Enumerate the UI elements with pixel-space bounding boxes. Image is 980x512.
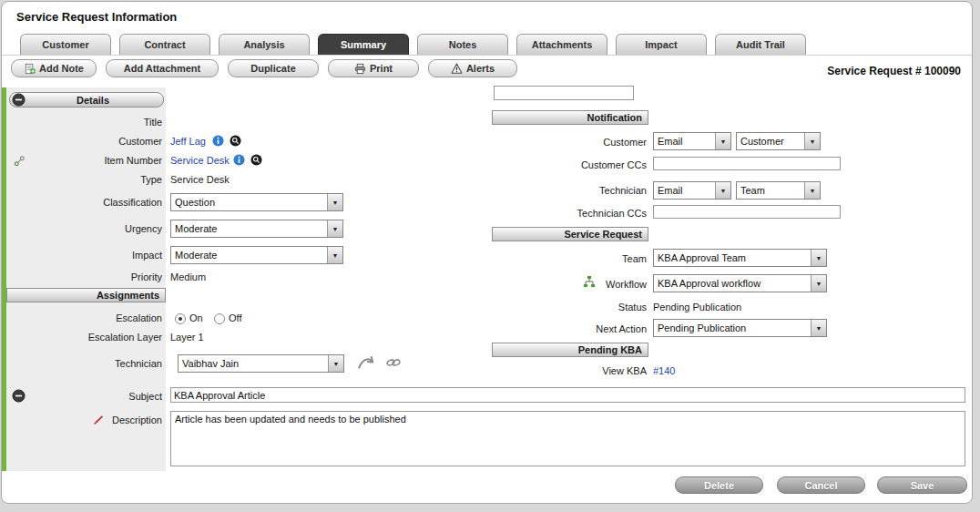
next-action-label: Next Action xyxy=(501,323,647,334)
technician-value: Vaibhav Jain xyxy=(179,358,328,369)
notification-customer-method-value: Email xyxy=(654,136,715,147)
tab-notes[interactable]: Notes xyxy=(417,34,508,55)
technician-ccs-input[interactable] xyxy=(653,205,841,219)
escalation-on-radio[interactable] xyxy=(175,313,186,324)
alerts-label: Alerts xyxy=(466,63,495,74)
tab-audit-trail[interactable]: Audit Trail xyxy=(715,34,806,55)
subject-input[interactable] xyxy=(170,387,965,403)
chevron-down-icon[interactable] xyxy=(811,250,826,266)
tab-divider xyxy=(2,55,972,56)
item-number-link[interactable]: Service Desk xyxy=(170,155,230,166)
notification-customer-label: Customer xyxy=(501,137,647,148)
escalation-off-radio[interactable] xyxy=(214,313,225,324)
notification-customer-target-select[interactable]: Customer xyxy=(736,132,821,150)
escalation-off-label: Off xyxy=(229,312,241,323)
chevron-down-icon[interactable] xyxy=(811,275,826,292)
chevron-down-icon[interactable] xyxy=(328,355,343,372)
notification-section-header: Notification xyxy=(492,110,648,125)
customer-search-icon[interactable] xyxy=(230,135,241,147)
chevron-down-icon[interactable] xyxy=(327,247,342,263)
tab-impact[interactable]: Impact xyxy=(616,34,707,55)
note-add-icon xyxy=(24,63,36,75)
duplicate-button[interactable]: Duplicate xyxy=(228,59,319,77)
delete-button[interactable]: Delete xyxy=(675,476,763,494)
alerts-button[interactable]: Alerts xyxy=(428,59,517,77)
notification-customer-target-value: Customer xyxy=(737,136,804,147)
escalation-label: Escalation xyxy=(20,312,162,323)
page-title: Service Request Information xyxy=(16,10,177,24)
urgency-select[interactable]: Moderate xyxy=(170,220,343,238)
add-attachment-button[interactable]: Add Attachment xyxy=(106,59,219,77)
view-kba-link[interactable]: #140 xyxy=(653,365,675,376)
technician-label: Technician xyxy=(20,358,162,369)
workflow-select[interactable]: KBA Approval workflow xyxy=(653,274,827,292)
notification-header-label: Notification xyxy=(587,112,643,123)
escalation-layer-label: Escalation Layer xyxy=(20,332,162,343)
printer-icon xyxy=(354,63,366,75)
priority-label: Priority xyxy=(20,271,162,282)
pending-kba-header-label: Pending KBA xyxy=(578,344,642,355)
view-kba-label: View KBA xyxy=(501,365,647,376)
impact-select[interactable]: Moderate xyxy=(170,246,343,264)
quick-entry-input[interactable] xyxy=(494,86,634,100)
print-button[interactable]: Print xyxy=(328,59,419,77)
chevron-down-icon[interactable] xyxy=(327,194,342,210)
next-action-select[interactable]: Pending Publication xyxy=(653,319,827,337)
workflow-value: KBA Approval workflow xyxy=(654,278,811,289)
print-label: Print xyxy=(370,63,393,74)
notification-technician-target-value: Team xyxy=(737,185,804,196)
customer-info-icon[interactable] xyxy=(212,135,224,147)
title-label: Title xyxy=(20,117,162,128)
status-value: Pending Publication xyxy=(653,302,741,312)
chevron-down-icon[interactable] xyxy=(804,133,820,149)
notification-technician-method-select[interactable]: Email xyxy=(653,181,731,200)
duplicate-label: Duplicate xyxy=(250,63,296,74)
item-info-icon[interactable] xyxy=(233,154,245,166)
tab-summary[interactable]: Summary xyxy=(318,34,409,55)
service-request-panel: Service Request Information Customer Con… xyxy=(1,1,973,504)
save-button[interactable]: Save xyxy=(877,476,967,494)
customer-ccs-label: Customer CCs xyxy=(501,159,647,170)
tab-bar: Customer Contract Analysis Summary Notes… xyxy=(20,34,806,55)
customer-ccs-input[interactable] xyxy=(653,157,841,170)
escalate-arrow-icon[interactable] xyxy=(357,354,375,371)
item-search-icon[interactable] xyxy=(250,154,262,166)
add-note-button[interactable]: Add Note xyxy=(11,59,97,77)
workflow-label: Workflow xyxy=(501,279,647,290)
chevron-down-icon[interactable] xyxy=(804,182,820,199)
chain-link-icon[interactable] xyxy=(384,356,403,369)
toolbar: Add Note Add Attachment Duplicate Print … xyxy=(11,59,517,77)
customer-label: Customer xyxy=(20,136,162,147)
subject-label: Subject xyxy=(20,391,162,402)
item-number-label: Item Number xyxy=(20,155,162,166)
collapse-details-icon[interactable] xyxy=(12,93,26,107)
notification-technician-label: Technician xyxy=(501,185,647,196)
chevron-down-icon[interactable] xyxy=(715,182,730,199)
tab-customer[interactable]: Customer xyxy=(20,34,111,55)
impact-label: Impact xyxy=(20,250,162,261)
chevron-down-icon[interactable] xyxy=(327,220,342,237)
notification-technician-target-select[interactable]: Team xyxy=(736,181,821,200)
type-value: Service Desk xyxy=(170,174,230,185)
tab-analysis[interactable]: Analysis xyxy=(219,34,310,55)
classification-select[interactable]: Question xyxy=(170,193,343,211)
description-textarea[interactable]: Article has been updated and needs to be… xyxy=(170,411,965,466)
chevron-down-icon[interactable] xyxy=(811,320,826,336)
cancel-button[interactable]: Cancel xyxy=(777,476,865,494)
details-header-label: Details xyxy=(77,95,109,106)
chevron-down-icon[interactable] xyxy=(715,133,730,149)
technician-select[interactable]: Vaibhav Jain xyxy=(178,354,344,373)
description-label: Description xyxy=(20,415,162,425)
impact-value: Moderate xyxy=(171,250,327,261)
technician-ccs-label: Technician CCs xyxy=(501,208,647,219)
team-value: KBA Approval Team xyxy=(654,252,811,263)
type-label: Type xyxy=(20,174,162,185)
customer-link[interactable]: Jeff Lag xyxy=(170,136,206,147)
assignments-header-label: Assignments xyxy=(97,290,159,301)
notification-customer-method-select[interactable]: Email xyxy=(653,132,731,150)
tab-attachments[interactable]: Attachments xyxy=(516,34,607,55)
add-attachment-label: Add Attachment xyxy=(124,63,201,74)
pending-kba-section-header: Pending KBA xyxy=(492,343,648,357)
tab-contract[interactable]: Contract xyxy=(119,34,210,55)
team-select[interactable]: KBA Approval Team xyxy=(653,249,827,267)
